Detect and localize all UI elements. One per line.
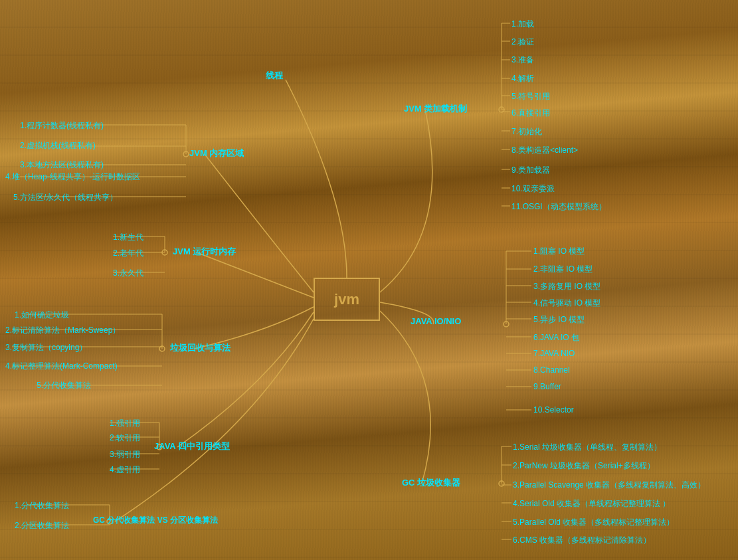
gcalgo-item-2: 2.标记清除算法（Mark-Sweep） (5, 325, 120, 336)
load-item-2: 2.验证 (511, 37, 534, 48)
load-item-3: 3.准备 (511, 54, 534, 66)
center-node: jvm (314, 278, 380, 321)
gcalgo-item-4: 4.标记整理算法(Mark-Compact) (5, 361, 118, 372)
ref-item-3: 3.弱引用 (110, 449, 140, 460)
io-item-10: 10.Selector (533, 405, 574, 415)
node-jvm-runtime: JVM 运行时内存 (173, 246, 236, 258)
node-thread: 线程 (266, 70, 283, 82)
load-item-5: 5.符号引用 (511, 91, 550, 102)
gcgen-item-1: 1.分代收集算法 (15, 500, 69, 512)
gc-col-item-3: 3.Parallel Scavenge 收集器（多线程复制算法、高效） (513, 480, 705, 491)
mem-item-5: 5.方法区/永久代（线程共享） (13, 192, 118, 203)
gcalgo-item-1: 1.如何确定垃圾 (15, 310, 69, 321)
svg-point-1 (183, 151, 189, 157)
runtime-item-1: 1.新生代 (113, 232, 143, 243)
center-label: jvm (334, 291, 359, 308)
mind-map: jvm 线程 JVM 类加载机制 JAVA IO/NIO GC 垃圾收集器 JV… (0, 0, 738, 560)
node-gc-algo: 垃圾回收与算法 (170, 342, 231, 354)
io-item-2: 2.非阻塞 IO 模型 (533, 264, 593, 275)
mem-item-2: 2.虚拟机栈(线程私有) (20, 140, 96, 151)
gc-col-item-6: 6.CMS 收集器（多线程标记清除算法） (513, 535, 651, 546)
mem-item-4: 4.堆（Heap-线程共享）-运行时数据区 (5, 171, 140, 183)
io-item-1: 1.阻塞 IO 模型 (533, 246, 585, 257)
load-item-10: 10.双亲委派 (511, 183, 555, 195)
load-item-6: 6.直接引用 (511, 108, 550, 119)
gc-col-item-4: 4.Serial Old 收集器（单线程标记整理算法 ） (513, 498, 670, 510)
svg-point-6 (499, 107, 504, 112)
io-item-7: 7.JAVA NIO (533, 349, 575, 358)
gc-col-item-1: 1.Serial 垃圾收集器（单线程、复制算法） (513, 442, 662, 453)
node-gc-gen: GC 分代收集算法 VS 分区收集算法 (93, 515, 218, 526)
mem-item-3: 3.本地方法区(线程私有) (20, 159, 104, 171)
mem-item-1: 1.程序计数器(线程私有) (20, 120, 104, 132)
ref-item-1: 1.强引用 (110, 418, 140, 429)
io-item-3: 3.多路复用 IO 模型 (533, 281, 600, 292)
svg-point-7 (504, 322, 509, 327)
runtime-item-3: 3.永久代 (113, 268, 143, 279)
io-item-4: 4.信号驱动 IO 模型 (533, 298, 600, 309)
svg-point-2 (162, 250, 167, 255)
load-item-7: 7.初始化 (511, 126, 542, 138)
gc-col-item-5: 5.Parallel Old 收集器（多线程标记整理算法） (513, 517, 674, 528)
node-gc: GC 垃圾收集器 (402, 477, 460, 489)
ref-item-2: 2.软引用 (110, 432, 140, 444)
node-io: JAVA IO/NIO (411, 316, 461, 326)
io-item-5: 5.异步 IO 模型 (533, 314, 585, 326)
node-java-ref: JAVA 四中引用类型 (154, 440, 230, 452)
gcalgo-item-5: 5.分代收集算法 (37, 380, 91, 391)
io-item-9: 9.Buffer (533, 382, 561, 391)
runtime-item-2: 2.老年代 (113, 248, 143, 259)
gcalgo-item-3: 3.复制算法（copying） (5, 342, 87, 353)
ref-item-4: 4.虚引用 (110, 464, 140, 476)
load-item-1: 1.加载 (511, 19, 534, 30)
node-jvm-mem: JVM 内存区域 (189, 147, 244, 159)
node-jvm-load: JVM 类加载机制 (404, 103, 467, 115)
load-item-8: 8.类构造器<client> (511, 145, 578, 156)
load-item-9: 9.类加载器 (511, 165, 550, 176)
load-item-11: 11.OSGI（动态模型系统） (511, 201, 606, 213)
load-item-4: 4.解析 (511, 73, 534, 84)
svg-point-8 (499, 481, 504, 486)
svg-point-3 (159, 346, 165, 351)
io-item-6: 6.JAVA IO 包 (533, 332, 579, 343)
io-item-8: 8.Channel (533, 365, 570, 375)
gc-col-item-2: 2.ParNew 垃圾收集器（Serial+多线程） (513, 460, 655, 472)
gcgen-item-2: 2.分区收集算法 (15, 520, 69, 531)
